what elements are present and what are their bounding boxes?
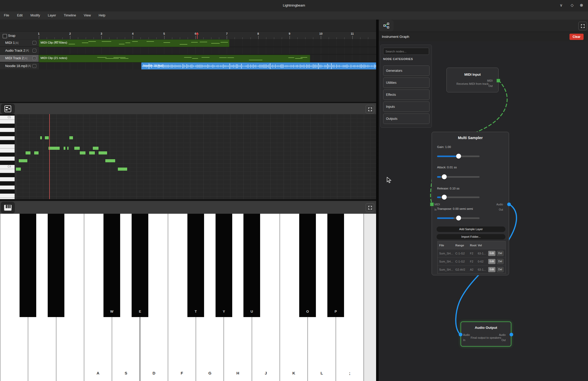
black-key-U[interactable]: U (243, 214, 260, 317)
clear-button[interactable]: Clear (569, 34, 584, 40)
slider-knob[interactable] (456, 216, 461, 221)
panel-divider[interactable] (376, 20, 379, 381)
midi-note[interactable] (69, 136, 73, 139)
roll-key-E4[interactable] (0, 148, 15, 153)
track-header-2[interactable]: Audio Track 2[A]- (0, 47, 39, 54)
black-key-E[interactable]: E (132, 214, 148, 317)
white-key[interactable] (364, 214, 376, 381)
import-folder-button[interactable]: Import Folder... (437, 234, 505, 240)
node-graph-panel-button[interactable] (379, 20, 394, 31)
roll-key-F4[interactable] (0, 144, 15, 148)
track-header-4[interactable]: Noodle 18.mp3[A]- (0, 62, 39, 69)
midi-out-port[interactable] (497, 79, 500, 82)
menu-modify[interactable]: Modify (27, 11, 44, 20)
edit-button[interactable]: Edit (488, 259, 495, 264)
audio-out-port[interactable] (510, 333, 513, 336)
roll-key-G#4[interactable] (0, 132, 15, 136)
menu-file[interactable]: File (0, 11, 13, 20)
black-key-T[interactable]: T (187, 214, 204, 317)
category-utilities[interactable]: Utilities (383, 78, 430, 88)
black-key-Y[interactable]: Y (216, 214, 232, 317)
param-slider[interactable] (437, 156, 480, 157)
clip-midi[interactable]: MIDI Clip (40 notes) (39, 39, 230, 47)
roll-key-G4[interactable] (0, 136, 15, 140)
roll-key-F#3[interactable] (0, 189, 15, 194)
category-effects[interactable]: Effects (383, 90, 430, 100)
black-key-W[interactable]: W (103, 214, 120, 317)
menu-view[interactable]: View (80, 11, 95, 20)
midi-note[interactable] (67, 147, 69, 150)
clip-midi[interactable]: MIDI Clip (21 notes) (39, 55, 310, 62)
midi-note[interactable] (16, 168, 21, 171)
midi-in-port[interactable] (430, 203, 434, 206)
slider-knob[interactable] (456, 154, 461, 159)
virtual-keyboard[interactable]: ASDFGHJKL;WETYUOP (0, 214, 376, 381)
category-inputs[interactable]: Inputs (383, 102, 430, 112)
menu-edit[interactable]: Edit (13, 11, 27, 20)
black-key-O[interactable]: O (299, 214, 316, 317)
roll-key-F#4[interactable] (0, 140, 15, 144)
del-button[interactable]: Del (497, 251, 504, 256)
audio-out-port[interactable] (507, 203, 511, 206)
tracks-area[interactable]: MIDI 1[A]-Audio Track 2[A]-MIDI Track 2[… (0, 39, 376, 69)
param-slider[interactable] (437, 217, 480, 219)
midi-note[interactable] (48, 147, 60, 150)
roll-key-C4[interactable]: C4 (0, 165, 15, 169)
midi-note[interactable] (93, 147, 99, 150)
del-button[interactable]: Del (497, 267, 504, 272)
node-midi-input[interactable]: MIDI Input Receives MIDI from track MIDI… (446, 68, 499, 92)
roll-key-A3[interactable] (0, 177, 15, 181)
close-icon[interactable]: ⊗ (578, 3, 585, 8)
del-button[interactable]: Del (497, 259, 504, 264)
track-checkbox[interactable]: - (33, 41, 36, 45)
track-checkbox[interactable]: - (33, 64, 36, 68)
roll-key-C5[interactable]: C5 (0, 116, 15, 120)
roll-key-C#4[interactable] (0, 161, 15, 165)
piano-roll-fullscreen-button[interactable] (366, 105, 374, 114)
roll-key-A#3[interactable] (0, 173, 15, 177)
midi-note[interactable] (118, 168, 127, 171)
midi-note[interactable] (64, 147, 65, 150)
piano-roll-playhead[interactable] (49, 114, 50, 199)
midi-note[interactable] (40, 136, 42, 139)
audio-in-port[interactable] (459, 333, 462, 336)
piano-roll-key-column[interactable]: C5C4 (0, 114, 15, 199)
maximize-icon[interactable]: ◇ (569, 3, 575, 8)
piano-roll-panel-button[interactable] (1, 104, 15, 114)
black-key[interactable] (20, 214, 36, 317)
keyboard-panel-button[interactable] (1, 202, 15, 213)
piano-roll-grid[interactable] (15, 114, 376, 199)
search-input[interactable] (383, 48, 429, 55)
roll-key-B3[interactable] (0, 169, 15, 173)
minimize-icon[interactable]: ∨ (558, 3, 565, 8)
category-outputs[interactable]: Outputs (383, 114, 430, 124)
timeline-ruler[interactable]: 1234567891011 (0, 31, 376, 40)
midi-note[interactable] (99, 151, 107, 154)
edit-button[interactable]: Edit (488, 251, 495, 256)
track-header-3[interactable]: MIDI Track 2[A]- (0, 55, 39, 62)
node-audio-output[interactable]: Audio Output Final output to speakers Au… (461, 322, 511, 347)
midi-note[interactable] (80, 151, 85, 154)
clip-audio[interactable]: Noodle 18.mp3 (141, 62, 377, 70)
keyboard-fullscreen-button[interactable] (366, 203, 374, 212)
param-slider[interactable] (437, 197, 480, 198)
roll-key-G3[interactable] (0, 186, 15, 190)
menu-help[interactable]: Help (95, 11, 109, 20)
roll-key-D4[interactable] (0, 157, 15, 161)
slider-knob[interactable] (442, 174, 447, 179)
menu-timeline[interactable]: Timeline (60, 11, 80, 20)
snap-checkbox[interactable] (3, 34, 7, 38)
roll-key-D#4[interactable] (0, 153, 15, 157)
slider-knob[interactable] (442, 195, 447, 200)
midi-note[interactable] (74, 147, 80, 150)
node-graph-fullscreen-button[interactable] (578, 22, 587, 30)
roll-key-A4[interactable] (0, 128, 15, 132)
midi-note[interactable] (34, 151, 39, 154)
edit-button[interactable]: Edit (488, 267, 495, 272)
roll-key-B4[interactable] (0, 120, 15, 124)
track-checkbox[interactable]: - (33, 56, 36, 60)
track-checkbox[interactable]: - (33, 49, 36, 52)
category-generators[interactable]: Generators (383, 66, 430, 76)
midi-note[interactable] (19, 159, 27, 162)
param-slider[interactable] (437, 176, 480, 178)
